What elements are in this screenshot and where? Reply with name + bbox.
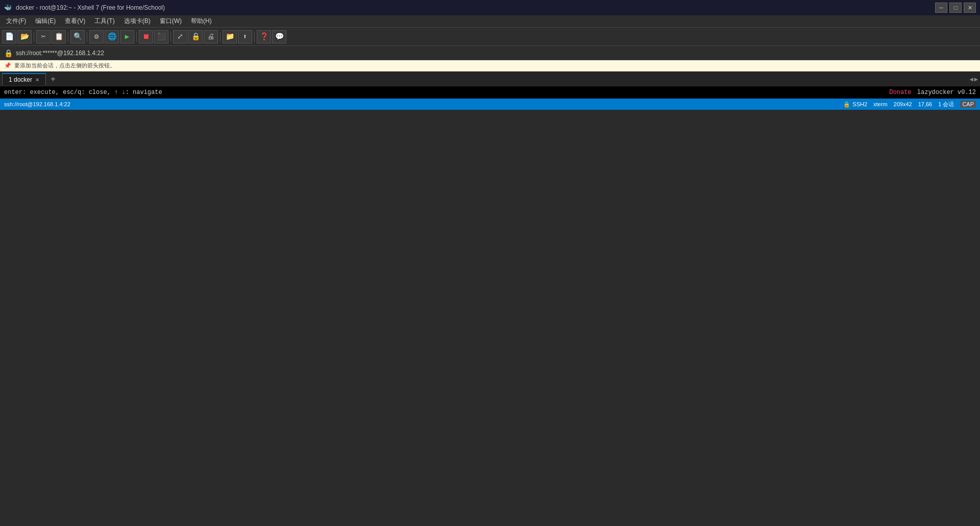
bottom-ssh: 🔒 SSH2	[843, 101, 867, 108]
toolbar: 📄 📂 ✂ 📋 🔍 ⚙ 🌐 ▶ ⏹ ⬛ ⤢ 🔒 🖨 📁 ⬆ ❓ 💬	[0, 28, 980, 46]
titlebar: 🐳 docker - root@192:~ - Xshell 7 (Free f…	[0, 0, 980, 15]
bottombar: ssh://root@192.168.1.4:22 🔒 SSH2 xterm 2…	[0, 99, 980, 110]
tabsbar: 1 docker ✕ + ◀ ▶	[0, 71, 980, 86]
notif-pin-icon: 📌	[4, 62, 11, 69]
bottom-address: ssh://root@192.168.1.4:22	[4, 101, 70, 107]
statusbar: enter: execute, esc/q: close, ↑ ↓: navig…	[0, 86, 980, 99]
status-hint: enter: execute, esc/q: close, ↑ ↓: navig…	[4, 89, 162, 96]
menu-file[interactable]: 文件(F)	[2, 16, 30, 27]
toolbar-new[interactable]: 📄	[2, 30, 16, 43]
toolbar-cut[interactable]: ✂	[36, 30, 51, 43]
statusbar-version: lazydocker v0.12	[917, 89, 976, 96]
toolbar-lock[interactable]: 🔒	[188, 30, 203, 43]
tab-arrows: ◀ ▶	[970, 76, 978, 85]
toolbar-sep7	[254, 32, 255, 42]
statusbar-right: Donate lazydocker v0.12	[889, 89, 976, 96]
menu-edit[interactable]: 编辑(E)	[31, 16, 60, 27]
ssh-label: SSH2	[852, 101, 867, 107]
menu-view[interactable]: 查看(V)	[61, 16, 89, 27]
menu-tools[interactable]: 工具(T)	[90, 16, 118, 27]
session-address: ssh://root:******@192.168.1.4:22	[16, 50, 104, 57]
toolbar-sep4	[136, 32, 137, 42]
toolbar-copy[interactable]: 📋	[52, 30, 66, 43]
bottombar-left: ssh://root@192.168.1.4:22	[4, 101, 70, 107]
toolbar-search[interactable]: 🔍	[70, 30, 85, 43]
menu-window[interactable]: 窗口(W)	[156, 16, 186, 27]
toolbar-help[interactable]: ❓	[257, 30, 271, 43]
bottombar-right: 🔒 SSH2 xterm 209x42 17,66 1 会话 CAP	[843, 101, 976, 108]
toolbar-open[interactable]: 📂	[17, 30, 32, 43]
close-button[interactable]: ✕	[964, 3, 976, 13]
toolbar-stop[interactable]: ⏹	[139, 30, 153, 43]
tab-close-icon[interactable]: ✕	[35, 77, 39, 83]
notifbar: 📌 要添加当前会话，点击左侧的箭头按钮。	[0, 60, 980, 71]
app-icon: 🐳	[4, 4, 12, 11]
bottom-xterm: xterm	[873, 101, 888, 107]
toolbar-folder[interactable]: 📁	[223, 30, 237, 43]
bottom-cap: CAP	[960, 101, 976, 108]
tab-docker-label: 1 docker	[9, 76, 32, 83]
menubar: 文件(F) 编辑(E) 查看(V) 工具(T) 选项卡(B) 窗口(W) 帮助(…	[0, 15, 980, 28]
tab-docker[interactable]: 1 docker ✕	[2, 73, 46, 85]
tab-arrow-left[interactable]: ◀	[970, 76, 973, 83]
minimize-button[interactable]: ─	[935, 3, 947, 13]
notif-text: 要添加当前会话，点击左侧的箭头按钮。	[14, 62, 115, 69]
titlebar-left: 🐳 docker - root@192:~ - Xshell 7 (Free f…	[4, 4, 165, 11]
donate-label[interactable]: Donate	[889, 89, 911, 96]
toolbar-green[interactable]: ⬛	[154, 30, 168, 43]
menu-help[interactable]: 帮助(H)	[187, 16, 216, 27]
toolbar-btn1[interactable]: ⚙	[89, 30, 104, 43]
toolbar-btn3[interactable]: ▶	[120, 30, 134, 43]
toolbar-print[interactable]: 🖨	[204, 30, 218, 43]
toolbar-comment[interactable]: 💬	[272, 30, 286, 43]
toolbar-expand[interactable]: ⤢	[173, 30, 187, 43]
bottom-line: 17,66	[918, 101, 933, 107]
toolbar-sep6	[220, 32, 220, 42]
toolbar-upload[interactable]: ⬆	[238, 30, 252, 43]
titlebar-controls: ─ □ ✕	[935, 3, 976, 13]
session-lock-icon: 🔒	[4, 49, 13, 57]
bottom-sessions: 1 会话	[938, 101, 954, 108]
tab-arrow-right[interactable]: ▶	[974, 76, 978, 83]
bottom-size: 209x42	[894, 101, 912, 107]
sessionbar: 🔒 ssh://root:******@192.168.1.4:22	[0, 46, 980, 60]
toolbar-sep2	[68, 32, 68, 42]
maximize-button[interactable]: □	[949, 3, 962, 13]
tab-add-button[interactable]: +	[47, 73, 59, 85]
toolbar-btn2[interactable]: 🌐	[105, 30, 119, 43]
toolbar-sep3	[87, 32, 87, 42]
ssh-icon: 🔒	[843, 101, 850, 108]
toolbar-sep5	[170, 32, 171, 42]
menu-tabs[interactable]: 选项卡(B)	[120, 16, 155, 27]
toolbar-sep1	[34, 32, 34, 42]
window-title: docker - root@192:~ - Xshell 7 (Free for…	[16, 4, 165, 11]
